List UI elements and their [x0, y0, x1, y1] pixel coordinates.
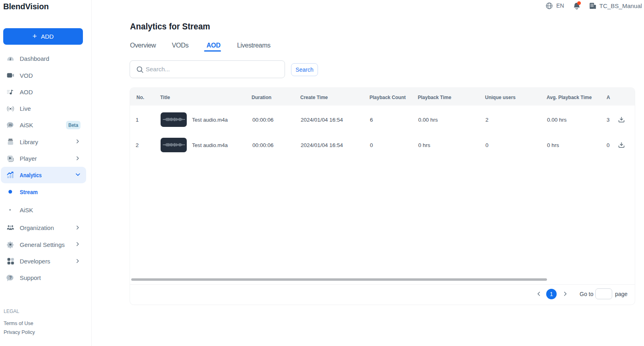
- svg-text:?: ?: [9, 276, 12, 280]
- svg-text:Ai: Ai: [9, 123, 12, 127]
